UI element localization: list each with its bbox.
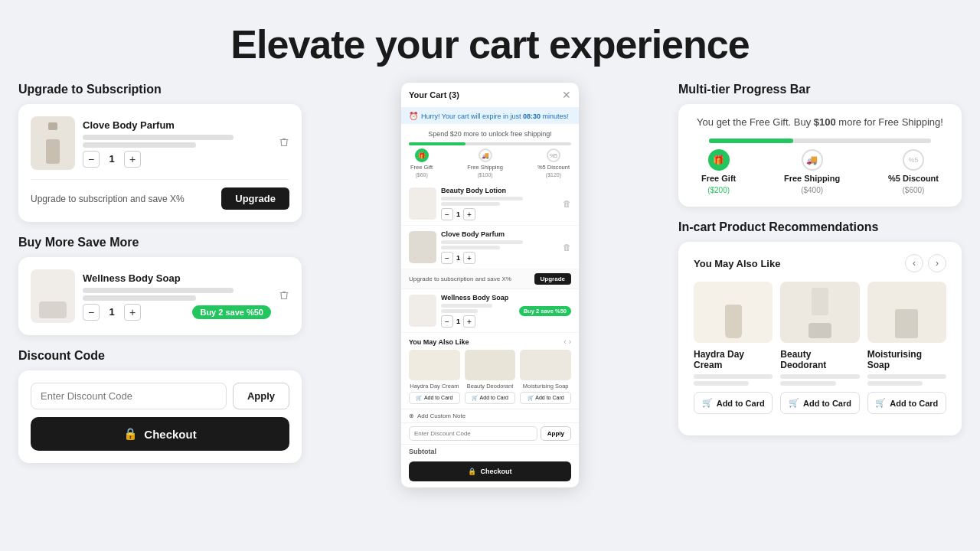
bmsm-qty-plus[interactable]: + [124,304,141,321]
cart-rec-add-1[interactable]: 🛒 Add to Card [409,392,460,404]
discount-label: Discount Code [18,349,302,363]
rec-add-button-1[interactable]: 🛒 Add to Card [694,392,773,414]
rec-prev-button[interactable]: ‹ [905,254,923,272]
subscription-qty-minus[interactable]: − [83,151,100,168]
cart-upgrade-button[interactable]: Upgrade [534,273,571,285]
big-milestone-sub-discount: ($600) [903,186,925,194]
bmsm-product-img [31,269,75,323]
cart-item-1-minus[interactable]: − [441,208,453,220]
cart-close-button[interactable]: ✕ [562,89,571,101]
subscription-section: Upgrade to Subscription Clove Body Parfu… [18,83,302,222]
cart-icon-3: 🛒 [875,398,886,408]
cart-rec-add-3[interactable]: 🛒 Add to Card [520,392,571,404]
bmsm-product-info: Wellness Body Soap − 1 + Buy 2 save %50 [83,272,271,321]
cart-item-2-plus[interactable]: + [463,252,475,264]
bmsm-qty-minus[interactable]: − [83,304,100,321]
subscription-product-row: Clove Body Parfum − 1 + [31,116,289,170]
upgrade-button[interactable]: Upgrade [221,187,289,210]
cart-discount-input[interactable] [409,426,537,441]
cart-item-2-minus[interactable]: − [441,252,453,264]
cart-item-2-img [409,231,436,263]
bmsm-card: Wellness Body Soap − 1 + Buy 2 save %50 [18,257,302,335]
rec-bar-3a [867,374,946,379]
page-title: Elevate your cart experience [0,0,980,83]
big-milestone-label-shipping: Free Shipping [784,174,840,183]
left-column: Upgrade to Subscription Clove Body Parfu… [18,83,302,527]
cart-mockup: Your Cart (3) ✕ ⏰ Hurry! Your cart will … [401,83,579,487]
cart-item-2-num: 1 [456,254,460,262]
cart-item-1-trash[interactable]: 🗑 [563,199,571,208]
cart-rec-add-2[interactable]: 🛒 Add to Card [465,392,516,404]
subscription-trash-button[interactable] [279,137,289,150]
cart-item-1-plus[interactable]: + [463,208,475,220]
cart-apply-button[interactable]: Apply [541,426,571,441]
rec-product-bars-1 [694,374,773,386]
rec-bar-1b [694,381,749,386]
subscription-product-info: Clove Body Parfum − 1 + [83,119,271,168]
subscription-qty-plus[interactable]: + [124,151,141,168]
cart-bmsm-img [409,295,436,327]
cart-progress-section: Spend $20 more to unlock free shipping! … [401,124,579,182]
bmsm-qty-num: 1 [106,306,118,318]
bar-2 [83,142,196,148]
cart-icon-2: 🛒 [789,398,799,408]
rec-bar-2a [780,374,859,379]
cart-item-2-qty: − 1 + [441,252,558,264]
checkout-button[interactable]: 🔒 Checkout [31,417,289,451]
subscription-qty-row: − 1 + [83,151,271,168]
rec-product-bars-2 [780,374,859,386]
bmsm-badge: Buy 2 save %50 [192,305,271,319]
discount-input[interactable] [31,383,227,409]
progress-bar-card: You get the Free Gift. Buy $100 more for… [678,104,962,207]
cart-bmsm-plus[interactable]: + [463,315,475,328]
subscription-label: Upgrade to Subscription [18,83,302,96]
cart-bmsm-info: Wellness Body Soap − 1 + [441,294,514,328]
cart-rec-prev[interactable]: ‹ [564,337,566,346]
cart-banner-text: Hurry! Your cart will expire in just 08:… [421,112,569,120]
cart-item-1-img [409,187,436,220]
rec-product-bars-3 [867,374,946,386]
apply-button[interactable]: Apply [233,383,289,409]
subscription-product-bars [83,135,271,148]
rec-product-img-1 [694,282,773,343]
mini-bar-2 [441,202,500,206]
milestone-sub-discount: ($120) [546,172,561,178]
recommendations-card: You May Also Like ‹ › Haydra Day Cream [678,242,962,435]
bmsm-product-bars [83,288,271,301]
rec-add-button-3[interactable]: 🛒 Add to Card [867,392,946,414]
custom-note-text: Add Custom Note [417,412,466,419]
checkout-btn-label: Checkout [144,428,196,441]
rec-product-3: Moisturising Soap 🛒 Add to Card [867,282,946,414]
cart-item-2-info: Clove Body Parfum − 1 + [441,230,558,264]
cart-item-1-bars [441,197,558,206]
cart-banner: ⏰ Hurry! Your cart will expire in just 0… [401,108,579,124]
rec-add-button-2[interactable]: 🛒 Add to Card [780,392,859,414]
cart-rec-name-3: Moisturising Soap [523,383,569,390]
discount-section: Discount Code Apply 🔒 Checkout [18,349,302,463]
big-milestone-label-discount: %5 Discount [888,174,939,183]
bmsm-trash-button[interactable] [279,290,289,303]
upgrade-text: Upgrade to subscription and save X% [31,194,185,204]
rec-product-2: Beauty Deodorant 🛒 Add to Card [780,282,859,414]
big-milestone-sub-gift: ($200) [707,186,730,194]
cart-milestones: 🎁 Free Gift ($60) 🚚 Free Shipping ($100)… [409,148,571,178]
cart-item-2-trash[interactable]: 🗑 [563,243,571,252]
rec-next-button[interactable]: › [928,254,946,272]
cart-checkout-button[interactable]: 🔒 Checkout [409,461,571,481]
cart-rec-next[interactable]: › [569,337,571,346]
cart-custom-note[interactable]: ⊕ Add Custom Note [401,409,579,422]
subscription-product-name: Clove Body Parfum [83,119,271,131]
bmsm-bar-2 [83,295,196,301]
big-milestone-shipping: 🚚 Free Shipping ($400) [784,149,840,194]
milestone-discount: %5 %5 Discount ($120) [537,148,570,178]
milestone-label-gift: Free Gift [410,164,433,171]
big-milestone-dot-discount: %5 [903,149,924,171]
subscription-card: Clove Body Parfum − 1 + [18,104,302,222]
milestone-free-shipping: 🚚 Free Shipping ($100) [467,148,503,178]
cart-bmsm-bars [441,304,514,313]
cart-bmsm-minus[interactable]: − [441,315,453,328]
cart-rec-img-2 [465,350,516,380]
bmsm-qty-row: − 1 + Buy 2 save %50 [83,304,271,321]
milestone-sub-shipping: ($100) [477,172,492,178]
milestone-sub-gift: ($60) [415,172,427,178]
